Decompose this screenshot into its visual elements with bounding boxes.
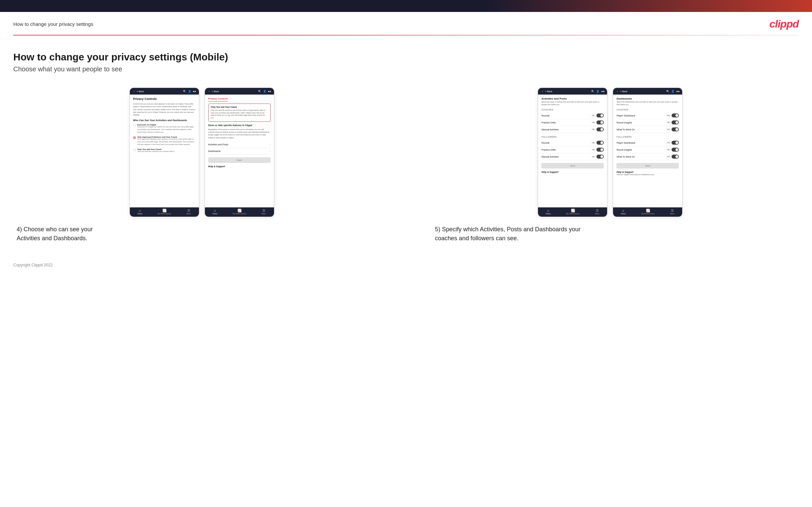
- toggle-drills-followers: Practice Drills ON: [541, 146, 604, 153]
- search-icon-3[interactable]: 🔍: [591, 90, 595, 93]
- toggle-what-to-work-followers-switch[interactable]: [671, 155, 679, 159]
- search-icon-2[interactable]: 🔍: [258, 90, 261, 93]
- caption-text-4: 4) Choose who can see your Activities an…: [16, 225, 110, 243]
- dashboards-desc-4: Select the dashboards that you'd like to…: [616, 101, 679, 106]
- option-coach-only-desc: Only you and the coaches you connect wit…: [138, 150, 175, 153]
- footer-home-2[interactable]: ⌂ Home: [212, 209, 217, 215]
- phone-footer-1: ⌂ Home 📈 My Performance ☰ Menu: [130, 207, 199, 217]
- performance-icon-2: 📈: [238, 209, 242, 212]
- more-icon-1[interactable]: ●●: [193, 90, 196, 93]
- toggle-round-insights-coaches: Round Insights ON: [616, 119, 679, 126]
- radio-circle-everyone: [133, 124, 136, 127]
- save-button-4[interactable]: Save: [616, 163, 679, 169]
- coaches-label-3: COACHES: [541, 109, 604, 111]
- footer-performance-2[interactable]: 📈 My Performance: [233, 209, 246, 215]
- search-icon-4[interactable]: 🔍: [666, 90, 669, 93]
- toggle-rounds-followers-switch[interactable]: [597, 141, 604, 145]
- phone-body-4: Dashboards Select the dashboards that yo…: [613, 95, 682, 207]
- toggle-manual-coaches: Manual Activities ON: [541, 126, 604, 133]
- toggle-rounds-coaches: Rounds ON: [541, 112, 604, 119]
- footer-menu-4[interactable]: ☰ Menu: [670, 209, 674, 215]
- radio-option-everyone[interactable]: Everyone on Clippd Everyone on Clippd ca…: [133, 124, 196, 133]
- menu-icon-2: ☰: [262, 209, 265, 212]
- drills-label-coaches: Practice Drills: [541, 121, 556, 124]
- footer-home-4[interactable]: ⌂ Home: [621, 209, 626, 215]
- footer-performance-1[interactable]: 📈 My Performance: [158, 209, 171, 215]
- footer-home-label-3: Home: [546, 213, 551, 215]
- nav-back-label-1: < Back: [137, 90, 144, 93]
- home-icon-4: ⌂: [622, 209, 624, 212]
- callout-title-2: Only You and Your Coach: [211, 106, 268, 108]
- person-icon-1[interactable]: 👤: [188, 90, 191, 93]
- toggle-rounds-coaches-switch[interactable]: [597, 113, 604, 117]
- radio-circle-coach-only: [133, 149, 136, 151]
- callout-box-2: Only You and Your Coach Only you and the…: [208, 104, 271, 122]
- footer-home-label-2: Home: [212, 213, 217, 215]
- more-icon-4[interactable]: ●●: [676, 90, 679, 93]
- save-button-3[interactable]: Save: [541, 163, 604, 169]
- toggle-round-insights-coaches-switch[interactable]: [671, 120, 679, 124]
- phone-body-2: Privacy Controls Only You and Your Coach…: [205, 95, 274, 207]
- round-insights-label-followers: Round Insights: [616, 149, 632, 151]
- top-bar: [0, 0, 812, 12]
- chevron-right-icon-activities: ›: [270, 143, 271, 146]
- footer-perf-label-2: My Performance: [233, 213, 246, 215]
- toggle-manual-followers-switch[interactable]: [597, 155, 604, 159]
- search-icon-1[interactable]: 🔍: [183, 90, 186, 93]
- back-icon-2[interactable]: ‹: [208, 90, 211, 93]
- footer-menu-2[interactable]: ☰ Menu: [262, 209, 266, 215]
- toggle-round-insights-followers-switch[interactable]: [671, 148, 679, 152]
- help-desc-4: Visit our Clippd community to troublesho…: [616, 173, 679, 176]
- toggle-drills-coaches-switch[interactable]: [597, 120, 604, 124]
- toggle-drills-followers-switch[interactable]: [597, 148, 604, 152]
- home-icon-1: ⌂: [139, 209, 141, 212]
- person-icon-3[interactable]: 👤: [596, 90, 600, 93]
- footer-performance-4[interactable]: 📈 My Performance: [641, 209, 655, 215]
- footer-home-1[interactable]: ⌂ Home: [138, 209, 143, 215]
- footer-performance-3[interactable]: 📈 My Performance: [566, 209, 579, 215]
- what-to-work-label-coaches: What To Work On: [616, 128, 635, 131]
- footer-home-3[interactable]: ⌂ Home: [546, 209, 551, 215]
- activities-desc-3: Select the types of activity that you'd …: [541, 101, 604, 106]
- home-icon-3: ⌂: [547, 209, 549, 212]
- footer-menu-1[interactable]: ☰ Menu: [187, 209, 191, 215]
- phone-screen-3: ‹ < Back 🔍 👤 ●● Activities and Posts Sel…: [538, 88, 607, 217]
- manual-label-followers: Manual Activities: [541, 156, 559, 158]
- toggle-player-dash-coaches-switch[interactable]: [671, 113, 679, 117]
- header: How to change your privacy settings clip…: [0, 12, 812, 35]
- menu-dashboards-label-2: Dashboards: [208, 150, 221, 152]
- help-title-4: Help & Support: [616, 171, 679, 173]
- person-icon-2[interactable]: 👤: [263, 90, 266, 93]
- more-icon-2[interactable]: ●●: [268, 90, 271, 93]
- toggle-player-dash-coaches: Player Dashboard ON: [616, 112, 679, 119]
- back-icon-1[interactable]: ‹: [133, 90, 136, 93]
- menu-activities-2[interactable]: Activities and Posts ›: [208, 142, 271, 148]
- followers-label-4: FOLLOWERS: [616, 136, 679, 138]
- back-icon-4[interactable]: ‹: [616, 90, 619, 93]
- back-icon-3[interactable]: ‹: [541, 90, 544, 93]
- menu-activities-label-2: Activities and Posts: [208, 143, 229, 146]
- radio-circle-approved: [133, 136, 136, 139]
- footer-menu-3[interactable]: ☰ Menu: [595, 209, 600, 215]
- phone-screen-1: ‹ < Back 🔍 👤 ●● Privacy Controls Control…: [130, 88, 199, 217]
- footer-perf-label-1: My Performance: [158, 213, 171, 215]
- person-icon-4[interactable]: 👤: [671, 90, 674, 93]
- player-dash-label-coaches: Player Dashboard: [616, 114, 635, 117]
- menu-dashboards-2[interactable]: Dashboards ›: [208, 148, 271, 155]
- performance-icon-4: 📈: [646, 209, 650, 212]
- nav-back-label-4: < Back: [620, 90, 627, 93]
- toggle-player-dash-followers-switch[interactable]: [671, 141, 679, 145]
- radio-option-coach-only[interactable]: Only You and Your Coach Only you and the…: [133, 148, 196, 153]
- radio-option-approved[interactable]: Only Approved Followers and Your Coach O…: [133, 136, 196, 146]
- save-button-2[interactable]: Save: [208, 157, 271, 163]
- privacy-controls-body: Control how you and your data appears to…: [133, 103, 196, 116]
- show-hide-title-2: Show or hide specific features in Clippd: [208, 124, 271, 126]
- toggle-what-to-work-coaches-switch[interactable]: [671, 127, 679, 131]
- menu-icon-3: ☰: [596, 209, 599, 212]
- toggle-manual-coaches-switch[interactable]: [597, 127, 604, 131]
- help-title-2: Help & Support: [208, 165, 271, 168]
- footer-menu-label-1: Menu: [187, 213, 191, 215]
- phone-nav-4: ‹ < Back 🔍 👤 ●●: [613, 88, 682, 95]
- more-icon-3[interactable]: ●●: [601, 90, 604, 93]
- callout-desc-2: Only you and the coaches you connect wit…: [211, 109, 268, 119]
